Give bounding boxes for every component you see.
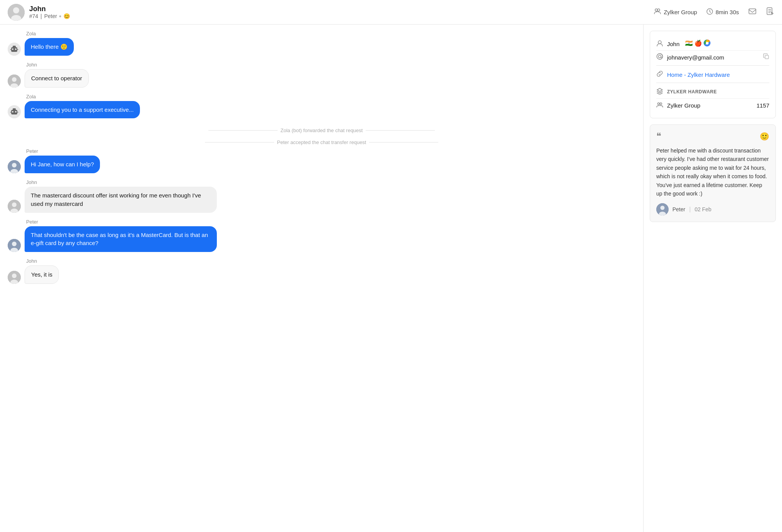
system-msg-1: Zola (bot) forwarded the chat request [8,128,636,133]
user-avatar-2 [8,75,21,88]
svg-point-14 [12,77,17,82]
reviewer-avatar [656,203,669,215]
review-separator: | [689,206,690,213]
icon-chrome [704,40,710,48]
svg-point-31 [12,273,17,278]
msg-group-7: John Yes, it is [8,258,636,284]
msg-text-3: Connecting you to a support executive... [31,106,134,113]
group-icon [654,7,661,17]
chat-panel[interactable]: Zola Hello there 🙂 [0,25,644,532]
group-name-right: Zylker Group [667,102,700,109]
bubble-6: That shouldn't be the case as long as it… [25,226,217,252]
bubble-2: Connect to operator [25,69,89,88]
user-name-text: John [667,41,680,47]
header-left: John #74 | Peter 😊 [8,4,70,21]
bot-avatar-2 [8,105,21,118]
msg-row-5: The mastercard discount offer isnt worki… [8,187,636,213]
svg-point-42 [661,206,665,210]
ticket-id: #74 [29,13,38,19]
sender-label-john-3: John [26,258,636,264]
svg-point-11 [12,48,13,50]
bubble-5: The mastercard discount offer isnt worki… [25,187,217,213]
quote-icon: ❝ [656,131,661,142]
system-text-2: Peter accepted the chat transfer request [277,139,366,145]
msg-row-6: That shouldn't be the case as long as it… [8,226,636,252]
layers-icon [656,88,663,96]
review-emoji: 🙂 [760,132,769,141]
msg-text-6: That shouldn't be the case as long as it… [31,232,208,247]
system-text-1: Zola (bot) forwarded the chat request [281,128,363,133]
review-header: ❝ 🙂 [656,131,769,142]
review-text: Peter helped me with a discount transact… [656,146,769,198]
notes-icon[interactable] [766,7,774,17]
msg-row-1: Hello there 🙂 [8,38,636,56]
svg-point-3 [655,9,657,11]
separator: | [40,13,42,19]
group-row: Zylker Group 1157 [656,98,769,112]
section-row: ZYLKER HARDWARE [656,83,769,98]
chat-header: John #74 | Peter 😊 Zylker Group [0,0,782,25]
review-date: 02 Feb [695,206,712,212]
sender-label-peter-1: Peter [26,148,636,154]
msg-group-2: John Connect to operator [8,62,636,88]
peter-avatar-1 [8,160,21,173]
svg-point-12 [15,48,17,50]
header-info: John #74 | Peter 😊 [29,5,70,19]
msg-group-6: Peter That shouldn't be the case as long… [8,219,636,252]
svg-rect-6 [749,9,756,14]
timer-stat: 8min 30s [706,8,739,16]
msg-row-7: Yes, it is [8,265,636,284]
msg-text-1: Hello there 🙂 [31,43,68,50]
svg-rect-38 [765,55,769,59]
user-avatar [8,4,25,21]
sender-label-zola-2: Zola [26,94,636,99]
header-emoji: 😊 [63,13,70,19]
svg-rect-10 [13,46,16,48]
svg-rect-18 [13,108,16,110]
msg-text-5: The mastercard discount offer isnt worki… [31,192,201,207]
header-user-name: John [29,5,70,13]
reviewer-name: Peter [672,206,685,212]
group-count: 1157 [757,102,769,109]
msg-text-7: Yes, it is [31,271,52,278]
person-icon [656,40,663,48]
svg-point-33 [658,41,661,44]
user-info-card: John 🇮🇳 🍎 [650,31,776,118]
timer-value: 8min 30s [715,9,739,15]
sender-label-john-2: John [26,179,636,185]
svg-point-39 [658,103,660,105]
sender-label-peter-2: Peter [26,219,636,225]
link-icon [656,70,663,79]
user-name-row: John 🇮🇳 🍎 [656,37,769,50]
website-link[interactable]: Home - Zylker Hardware [667,71,730,78]
bubble-3: Connecting you to a support executive... [25,101,140,119]
bubble-7: Yes, it is [25,265,59,284]
msg-group-3: Zola Connecting you to a support executi… [8,94,636,119]
msg-text-2: Connect to operator [31,75,82,81]
review-card: ❝ 🙂 Peter helped me with a discount tran… [650,124,776,222]
copy-icon[interactable] [763,53,769,61]
group-name: Zylker Group [664,9,697,15]
svg-point-19 [12,111,13,113]
right-panel: John 🇮🇳 🍎 [644,25,782,532]
user-avatar-4 [8,271,21,284]
system-msg-2: Peter accepted the chat transfer request [8,139,636,145]
link-row: Home - Zylker Hardware [656,65,769,81]
msg-text-4: Hi Jane, how can I help? [31,161,94,167]
icon-apple: 🍎 [694,40,702,48]
mail-icon[interactable] [748,7,757,17]
msg-row-2: Connect to operator [8,69,636,88]
sender-label-john-1: John [26,62,636,68]
msg-group-5: John The mastercard discount offer isnt … [8,179,636,213]
header-subtitle: #74 | Peter 😊 [29,13,70,19]
svg-point-1 [13,7,19,13]
group-stat: Zylker Group [654,7,697,17]
msg-row-4: Hi Jane, how can I help? [8,156,636,173]
main-content: Zola Hello there 🙂 [0,25,782,532]
svg-point-4 [657,9,660,11]
section-label: ZYLKER HARDWARE [667,89,717,94]
bubble-4: Hi Jane, how can I help? [25,156,100,173]
timer-icon [706,8,713,16]
svg-point-40 [660,103,662,105]
group-icon-right [656,101,663,109]
